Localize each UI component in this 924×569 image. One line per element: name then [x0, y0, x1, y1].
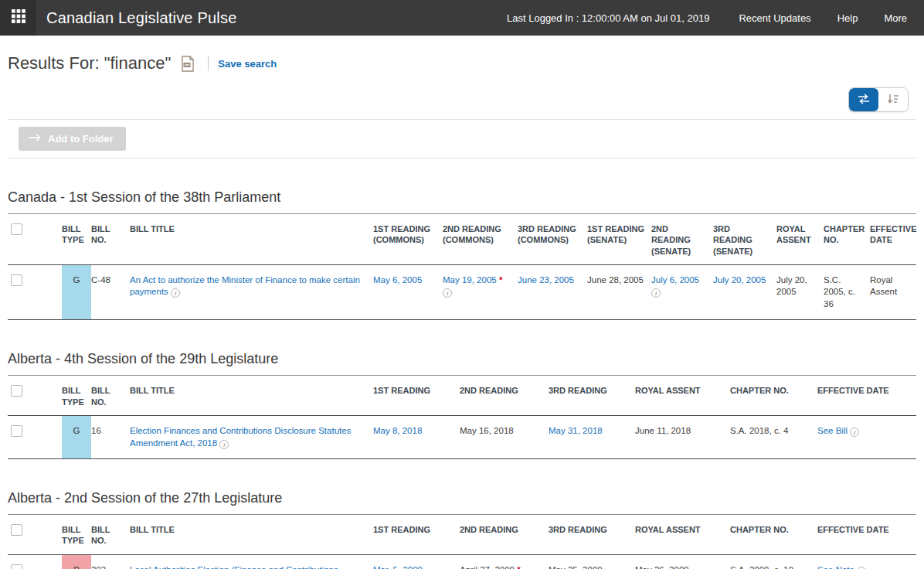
column-header-2nd-reading-senate: 2ND READING (SENATE): [651, 214, 713, 264]
date-link[interactable]: May 8, 2018: [373, 426, 422, 435]
column-header-bill-title: BILL TITLE: [130, 214, 373, 264]
app-title: Canadian Legislative Pulse: [46, 9, 236, 27]
date-link[interactable]: July 20, 2005: [713, 275, 766, 284]
column-header-bill-no: BILL NO.: [91, 376, 130, 415]
column-header-royal-assent: ROYAL ASSENT: [635, 515, 730, 554]
cell-royal-assent: July 20, 2005: [776, 264, 824, 320]
column-header-bill-no: BILL NO.: [91, 214, 130, 264]
date-link[interactable]: May 19, 2005: [443, 275, 497, 284]
info-icon[interactable]: i: [651, 288, 661, 298]
results-header: Results For: "finance" Save search: [8, 53, 916, 73]
cell-bill-type: P: [62, 554, 91, 569]
result-section-alberta-4th-session-of-the-29th-legislature: Alberta - 4th Session of the 29th Legisl…: [8, 351, 916, 459]
table-row: GC-48An Act to authorize the Minister of…: [8, 264, 916, 320]
cell-bill-type: G: [62, 416, 91, 459]
section-title: Canada - 1st Session of the 38th Parliam…: [8, 189, 916, 214]
bill-title-link[interactable]: Election Finances and Contributions Disc…: [130, 426, 351, 448]
date-link[interactable]: May 6, 2005: [373, 275, 422, 284]
column-header-2nd-reading-commons: 2ND READING (COMMONS): [443, 214, 518, 264]
row-checkbox[interactable]: [11, 564, 22, 569]
column-header-bill-type: BILL TYPE: [62, 515, 91, 554]
bill-title-link[interactable]: An Act to authorize the Minister of Fina…: [130, 275, 360, 297]
column-header-bill-type: BILL TYPE: [62, 214, 91, 264]
column-header-3rd-reading: 3RD READING: [549, 376, 635, 415]
select-all-checkbox[interactable]: [11, 385, 22, 397]
cell-value: May 16, 2018: [460, 426, 514, 435]
swap-arrows-icon: [858, 94, 870, 107]
select-all-checkbox[interactable]: [11, 223, 22, 235]
column-header-effective-date: EFFECTIVE DATE: [817, 515, 916, 554]
column-header-bill-title: BILL TITLE: [130, 515, 373, 554]
swap-view-button[interactable]: [849, 88, 878, 111]
cell-bill-no: 16: [91, 416, 130, 459]
cell-2nd-reading: April 27, 2009 *: [460, 554, 549, 569]
info-icon[interactable]: i: [850, 428, 859, 437]
topnav-help[interactable]: Help: [837, 12, 858, 24]
date-link[interactable]: See Note: [817, 565, 854, 569]
cell-effective-date: Royal Assent: [870, 264, 916, 320]
row-checkbox[interactable]: [11, 425, 22, 437]
table-row: P203Local Authorities Election (Finance …: [8, 554, 916, 569]
bill-title-link[interactable]: Local Authorities Election (Finance and …: [130, 565, 338, 569]
topnav-recent-updates[interactable]: Recent Updates: [739, 12, 810, 24]
column-header-bill-no: BILL NO.: [91, 515, 130, 554]
date-link[interactable]: July 6, 2005: [651, 275, 699, 284]
column-header-1st-reading: 1ST READING: [373, 515, 460, 554]
topnav-more[interactable]: More: [884, 12, 907, 24]
arrow-right-icon: [28, 133, 42, 145]
table-header-row: BILL TYPEBILL NO.BILL TITLE1ST READING (…: [8, 214, 916, 264]
cell-3rd-reading-senate: July 20, 2005: [713, 264, 776, 320]
date-link[interactable]: See Bill: [817, 426, 848, 435]
info-icon[interactable]: i: [857, 567, 866, 569]
row-checkbox[interactable]: [11, 274, 22, 286]
cell-2nd-reading-commons: May 19, 2005 * i: [443, 264, 518, 320]
print-results-icon[interactable]: [180, 56, 195, 72]
cell-bill-title: An Act to authorize the Minister of Fina…: [130, 264, 373, 320]
view-toggle-group: [848, 87, 909, 112]
cell-value: S.A. 2009, c. 10: [730, 565, 793, 569]
cell-1st-reading: May 8, 2018: [373, 416, 460, 459]
select-all-cell: [8, 214, 62, 264]
column-header-bill-type: BILL TYPE: [62, 376, 91, 415]
date-link[interactable]: June 23, 2005: [518, 275, 574, 284]
main-content: Results For: "finance" Save search: [0, 53, 924, 569]
add-to-folder-label: Add to Folder: [48, 133, 114, 145]
results-toolbar: Add to Folder: [8, 119, 916, 158]
select-all-checkbox[interactable]: [11, 524, 22, 536]
bills-table: BILL TYPEBILL NO.BILL TITLE1ST READING2N…: [8, 515, 916, 569]
divider: [208, 56, 209, 71]
sort-view-button[interactable]: [878, 88, 908, 111]
section-title: Alberta - 2nd Session of the 27th Legisl…: [8, 490, 916, 515]
cell-chapter-no: S.A. 2018, c. 4: [730, 416, 817, 459]
table-header-row: BILL TYPEBILL NO.BILL TITLE1ST READING2N…: [8, 376, 916, 415]
cell-1st-reading: Mar. 5, 2009: [373, 554, 460, 569]
cell-bill-title: Local Authorities Election (Finance and …: [130, 554, 373, 569]
cell-value: June 28, 2005: [587, 275, 644, 284]
add-to-folder-button[interactable]: Add to Folder: [19, 127, 126, 151]
save-search-link[interactable]: Save search: [218, 58, 277, 70]
info-icon[interactable]: i: [219, 440, 229, 449]
footnote-asterisk: *: [515, 565, 521, 569]
cell-3rd-reading: May 25, 2009: [549, 554, 635, 569]
select-all-cell: [8, 515, 62, 554]
footnote-asterisk: *: [497, 275, 503, 284]
view-toggle-row: [8, 87, 916, 112]
cell-bill-no: 203: [91, 554, 130, 569]
info-icon[interactable]: i: [171, 288, 180, 298]
cell-bill-type: G: [62, 264, 91, 320]
cell-2nd-reading-senate: July 6, 2005 i: [651, 264, 713, 320]
cell-2nd-reading: May 16, 2018: [460, 416, 549, 459]
date-link[interactable]: May 31, 2018: [549, 426, 603, 435]
cell-effective-date: See Bill i: [817, 416, 916, 459]
table-header-row: BILL TYPEBILL NO.BILL TITLE1ST READING2N…: [8, 515, 916, 554]
cell-value: S.C. 2005, c. 36: [824, 275, 855, 308]
bills-table: BILL TYPEBILL NO.BILL TITLE1ST READING2N…: [8, 376, 916, 459]
column-header-2nd-reading: 2ND READING: [460, 515, 549, 554]
topbar: Canadian Legislative Pulse Last Logged I…: [0, 0, 924, 36]
date-link[interactable]: Mar. 5, 2009: [373, 565, 423, 569]
column-header-royal-assent: ROYAL ASSENT: [635, 376, 730, 415]
column-header-chapter-no: CHAPTER NO.: [730, 376, 817, 415]
app-grid-button[interactable]: [0, 0, 36, 36]
info-icon[interactable]: i: [443, 288, 452, 298]
table-row: G16Election Finances and Contributions D…: [8, 416, 916, 459]
